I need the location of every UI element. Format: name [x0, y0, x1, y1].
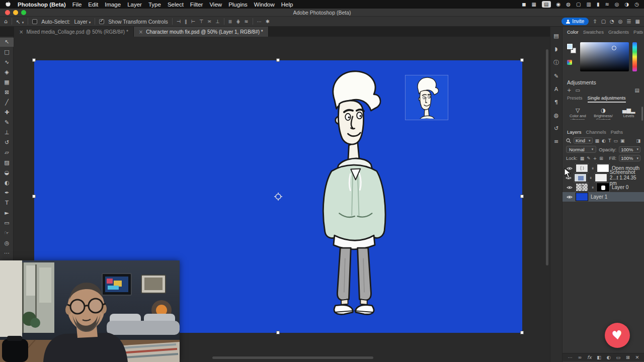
more-options-icon[interactable]: ⋯	[257, 19, 262, 24]
character-panel-icon[interactable]: A	[554, 86, 558, 93]
menu-window[interactable]: Window	[254, 2, 275, 8]
auto-select-dropdown[interactable]: Layer▾	[74, 19, 91, 25]
adjustment-tile-levels[interactable]: ▄▆▂ Levels	[617, 105, 640, 120]
battery-icon[interactable]: ▮	[597, 2, 600, 7]
close-icon[interactable]: ×	[139, 29, 143, 35]
filter-toggle-icon[interactable]: ◨	[636, 138, 640, 143]
more-options-icon[interactable]: ⋯	[568, 354, 573, 360]
paragraph-panel-icon[interactable]: ¶	[554, 99, 558, 106]
stop-icon[interactable]: ◼	[522, 2, 526, 7]
adjustment-tile-brightness-contrast[interactable]: ◑ Brightness/ Contrast	[592, 105, 615, 120]
invite-button[interactable]: Invite	[561, 18, 589, 25]
menu-view[interactable]: View	[209, 2, 222, 8]
info-panel-icon[interactable]: ⓘ	[553, 59, 559, 66]
adjustment-tile-color-vibrance[interactable]: ▽ Color and vibrance	[566, 105, 590, 120]
visibility-toggle[interactable]	[566, 195, 573, 199]
opacity-value[interactable]: 100% ▾	[619, 146, 640, 153]
clock-icon[interactable]: ◷	[634, 2, 639, 7]
transform-handle-top-left[interactable]	[32, 58, 36, 62]
align-middle-icon[interactable]: ≍	[207, 19, 211, 24]
align-top-icon[interactable]: ⊤	[199, 19, 203, 24]
zoom-tool[interactable]: ◎	[0, 239, 14, 248]
stats-icon[interactable]: ▥	[586, 2, 591, 7]
healing-brush-tool[interactable]: ✚	[0, 108, 14, 117]
tab-color[interactable]: Color	[567, 29, 579, 35]
search-icon[interactable]: ◎	[615, 2, 619, 7]
wifi-icon[interactable]: ≋	[605, 2, 609, 7]
history-brush-tool[interactable]: ↺	[0, 138, 14, 147]
link-layers-icon[interactable]: ∞	[578, 354, 582, 360]
device-preview-icon[interactable]: ▢	[601, 19, 606, 24]
align-left-icon[interactable]: ⊣	[177, 19, 181, 24]
frame-tool[interactable]: ⊠	[0, 88, 14, 97]
lock-all-icon[interactable]	[606, 156, 607, 160]
dodge-tool[interactable]: ◐	[0, 178, 14, 188]
document-tab-mixed-media[interactable]: × Mixed media_Collage.psd @ 50% (RGB/8#)…	[14, 27, 134, 37]
layer-name[interactable]: Layer 0	[612, 185, 628, 190]
tab-channels[interactable]: Channels	[586, 129, 606, 135]
menu-select[interactable]: Select	[168, 2, 184, 8]
lasso-tool[interactable]: ∿	[0, 58, 14, 67]
edit-toolbar-icon[interactable]: ⋯	[0, 249, 14, 258]
tab-gradients[interactable]: Gradients	[608, 29, 629, 35]
camera-icon[interactable]: ◉	[556, 2, 561, 7]
color-panel-icon[interactable]: ▤	[553, 33, 558, 39]
shapes-icon[interactable]: ▦	[532, 2, 536, 7]
tab-patterns[interactable]: Patterns	[633, 29, 643, 35]
patterns-panel-icon[interactable]: ◍	[554, 112, 559, 119]
share-icon[interactable]: ⇧	[593, 19, 597, 24]
auto-select-checkbox[interactable]	[32, 19, 37, 24]
menu-edit[interactable]: Edit	[88, 2, 98, 8]
quick-selection-tool[interactable]: ◈	[0, 68, 14, 77]
tab-paths[interactable]: Paths	[611, 129, 623, 135]
show-transform-checkbox[interactable]: ✓	[99, 19, 104, 24]
brushes-panel-icon[interactable]: ✎	[554, 73, 558, 79]
menu-app-name[interactable]: Photoshop (Beta)	[18, 2, 66, 8]
lock-position-icon[interactable]: +	[593, 156, 597, 161]
menu-filter[interactable]: Filter	[190, 2, 203, 8]
pasted-snippet[interactable]	[406, 75, 448, 120]
adjustment-layer-icon[interactable]: ◐	[607, 354, 611, 360]
move-tool[interactable]: ↖	[0, 38, 14, 47]
tab-single-adjustments[interactable]: Single adjustments	[588, 96, 626, 103]
menu-icon[interactable]: ≡	[554, 138, 558, 145]
distribute-horizontal-icon[interactable]: ⋕	[236, 19, 240, 24]
menu-layer[interactable]: Layer	[127, 2, 142, 8]
kind-filter-dropdown[interactable]: Kind ▾	[574, 137, 593, 144]
visibility-toggle[interactable]	[566, 186, 573, 190]
transform-handle-top-center[interactable]	[276, 58, 280, 62]
hue-slider[interactable]	[632, 42, 637, 71]
new-layer-icon[interactable]: ⊞	[626, 354, 630, 360]
brush-tool[interactable]: ✎	[0, 118, 14, 127]
layer-mask-thumbnail[interactable]	[597, 164, 609, 172]
lock-transparency-icon[interactable]: ▦	[580, 156, 585, 161]
transform-handle-bottom-center[interactable]	[276, 331, 280, 334]
add-adjustment-icon[interactable]: +	[567, 87, 571, 93]
display-icon[interactable]: ▢	[576, 2, 581, 7]
transform-handle-top-right[interactable]	[520, 58, 524, 62]
layer-thumbnail[interactable]	[576, 164, 588, 172]
menu-file[interactable]: File	[72, 2, 82, 8]
menu-plugins[interactable]: Plugins	[228, 2, 248, 8]
pen-tool[interactable]: ✒	[0, 189, 14, 198]
layer-effects-icon[interactable]: fx	[587, 354, 592, 360]
lock-pixels-icon[interactable]: ✎	[587, 156, 591, 161]
screen-share-icon[interactable]: ▤	[542, 1, 550, 8]
align-bottom-icon[interactable]: ⊥	[215, 19, 219, 24]
layer-name[interactable]: Screenshot 2...t 1.24.35 pm	[610, 169, 641, 186]
saturation-brightness-field[interactable]	[580, 42, 629, 71]
tab-layers[interactable]: Layers	[567, 129, 582, 135]
color-picker-marker[interactable]	[612, 46, 616, 50]
lock-artboard-icon[interactable]: ⊞	[599, 156, 603, 161]
shape-tool[interactable]: ▭	[0, 219, 14, 228]
align-center-h-icon[interactable]: ‖	[185, 19, 187, 24]
eyedropper-tool[interactable]: ╱	[0, 98, 14, 107]
layer-row-screenshot[interactable]: ∞ Screenshot 2...t 1.24.35 pm	[562, 173, 644, 183]
adjustments-scrollbar[interactable]	[641, 107, 643, 121]
adjustment-filter-icon[interactable]: ◐	[602, 138, 606, 143]
transform-handle-bottom-right[interactable]	[520, 331, 524, 334]
menu-image[interactable]: Image	[105, 2, 121, 8]
adjustment-list-icon[interactable]: ▤	[635, 87, 639, 93]
character-artwork[interactable]	[301, 66, 407, 326]
fill-value[interactable]: 100% ▾	[619, 155, 640, 161]
